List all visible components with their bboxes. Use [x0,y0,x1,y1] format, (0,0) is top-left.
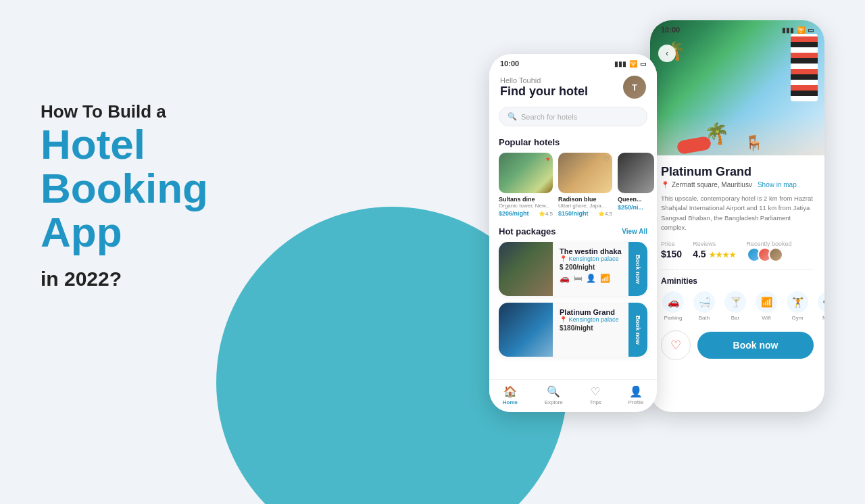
hotel-rating-2: ⭐4.5 [598,211,612,217]
bed-icon: 🛏 [574,274,582,283]
nav-explore[interactable]: 🔍 Explore [545,385,563,405]
nav-trips[interactable]: ♡ Trips [589,385,601,405]
amenity-bar: 🍸 Bar [723,291,747,321]
package-card-1[interactable]: The westin dhaka 📍 Kensington palace $ 2… [499,242,647,296]
package-info-1: The westin dhaka 📍 Kensington palace $ 2… [553,242,628,296]
recently-booked-label: Recently booked [747,241,792,247]
book-btn-2[interactable]: Book now [628,303,647,357]
amenities-grid: 🚗 Parking 🛁 Bath 🍸 Bar [661,291,814,321]
gym-label: Gym [792,315,804,321]
package-price-1: $ 200/night [560,263,622,271]
price-value: $150 [661,249,682,259]
package-name-2: Platinum Grand [560,308,622,316]
bar-icon: 🍸 [730,297,741,307]
greeting-block: Hello Touhid Find your hotel [500,76,588,99]
signal-icon: ▮▮▮ [614,60,626,68]
status-bar-2: 10:00 ▮▮▮ 🛜 ▭ [650,20,824,36]
more-circle: ••• [818,291,824,313]
hotel-card-2[interactable]: ♡ Radison blue Uttari ghore, Japa... $15… [558,153,612,217]
amenity-parking: 🚗 Parking [661,291,685,321]
nav-profile[interactable]: 👤 Profile [628,385,643,405]
explore-icon: 🔍 [547,385,560,398]
phones-container: 10:00 ▮▮▮ 🛜 ▭ Hello Touhid Find your hot… [489,20,824,412]
gym-icon: 🏋 [792,297,804,307]
book-now-button[interactable]: Book now [697,332,814,359]
hotel-img-1: ♥ [499,153,553,193]
home-icon: 🏠 [503,385,517,398]
bottom-nav: 🏠 Home 🔍 Explore ♡ Trips 👤 Profile [489,379,657,412]
hotel-price-row-1: $206/night ⭐4.5 [499,210,553,217]
amenity-wifi: 📶 Wifi [754,291,778,321]
hotel-detail-image: 10:00 ▮▮▮ 🛜 ▭ ‹ 🌴 🌴 🪑 [650,20,824,155]
favorite-button[interactable]: ♡ [661,330,691,360]
package-info-2: Platinum Grand 📍 Kensington palace $180/… [553,303,628,357]
hotel-card-1[interactable]: ♥ Sultans dine Organic tower, New... $20… [499,153,553,217]
profile-icon: 👤 [629,385,643,398]
greeting-text: Hello Touhid [500,76,588,84]
title-app: App [41,209,122,255]
hotel-name-1: Sultans dine [499,196,553,203]
detail-hotel-name: Platinum Grand [661,165,814,179]
view-all-link[interactable]: View All [622,228,647,235]
wifi-icon-pkg: 📶 [600,274,610,283]
package-amenities-1: 🚗 🛏 👤 📶 [560,274,622,283]
hotel-price-row-2: $150/night ⭐4.5 [558,210,612,217]
package-img-2 [499,303,553,357]
location-text: Zermatt square, Mauritiusv [672,181,752,188]
nav-trips-label: Trips [589,399,601,405]
price-label: Price [661,241,682,247]
header-row: Hello Touhid Find your hotel T [500,76,646,99]
more-icon: ••• [823,296,824,308]
heart-icon-1: ♥ [546,155,550,163]
show-map-link[interactable]: Show in map [758,181,797,188]
detail-location: 📍 Zermatt square, Mauritiusv Show in map [661,181,814,188]
package-card-2[interactable]: Platinum Grand 📍 Kensington palace $180/… [499,303,647,357]
detail-stats: Price $150 Reviews 4.5 ★★★★ Recently boo… [661,241,814,270]
title-booking: Booking [41,165,208,211]
wifi-icon-2: 🛜 [797,26,805,34]
hotels-scroll: ♥ Sultans dine Organic tower, New... $20… [489,153,657,224]
subtitle-line1: How To Build a [41,101,166,122]
amenity-gym: 🏋 Gym [785,291,810,321]
signal-icon-2: ▮▮▮ [782,26,794,34]
reviews-label: Reviews [693,241,735,247]
amenity-bath: 🛁 Bath [692,291,716,321]
wifi-circle: 📶 [756,291,777,313]
reviews-stat: Reviews 4.5 ★★★★ [693,241,735,262]
bath-label: Bath [699,315,710,321]
hot-packages-title: Hot packages [499,226,556,236]
popular-hotels-title: Popular hotels [489,134,657,153]
amenities-title: Aminities [661,276,814,286]
time-2: 10:00 [661,26,680,34]
search-bar[interactable]: 🔍 Search for hotels [499,107,647,126]
avatar: T [623,76,646,99]
phone-search: 10:00 ▮▮▮ 🛜 ▭ Hello Touhid Find your hot… [489,54,657,412]
header-title: Find your hotel [500,84,588,99]
status-icons-2: ▮▮▮ 🛜 ▭ [782,26,814,34]
recently-booked-stat: Recently booked [747,241,792,262]
wifi-label: Wifi [762,315,770,321]
title-hotel: Hotel [41,121,145,168]
amenity-more[interactable]: ••• More [816,291,824,321]
heart-icon-2: ♡ [603,155,610,163]
trips-icon: ♡ [591,385,600,398]
amenities-section: Aminities 🚗 Parking 🛁 Bath [661,276,814,321]
book-btn-1[interactable]: Book now [628,242,647,296]
car-icon: 🚗 [560,274,570,283]
nav-home[interactable]: 🏠 Home [503,385,518,405]
building-decoration [791,34,818,101]
back-button[interactable]: ‹ [658,45,676,62]
year-text: in 2022? [41,268,208,291]
gym-circle: 🏋 [787,291,808,313]
bath-icon: 🛁 [699,297,710,307]
nav-explore-label: Explore [545,399,563,405]
hotel-price-1: $206/night [499,210,529,217]
wifi-icon: 🛜 [629,60,637,68]
hotel-name-3: Queen... [618,196,654,203]
battery-icon: ▭ [640,60,646,68]
hotel-card-3[interactable]: Queen... $250/ni... [618,153,654,217]
more-label: More [822,315,824,321]
hotel-img-2: ♡ [558,153,612,193]
phone-header: Hello Touhid Find your hotel T [489,70,657,107]
hotel-price-3: $250/ni... [618,204,643,211]
